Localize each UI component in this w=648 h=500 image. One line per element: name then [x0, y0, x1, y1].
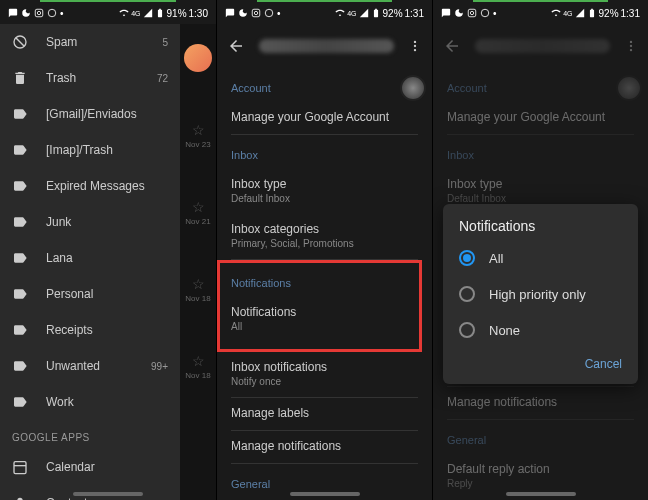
row-manage-notifications[interactable]: Manage notifications: [231, 431, 418, 464]
drawer-label: Personal: [46, 287, 168, 301]
date-label: Nov 18: [180, 294, 216, 303]
battery-pct: 92%: [599, 8, 619, 19]
drawer-item-work[interactable]: Work: [0, 384, 180, 420]
star-icon: ☆: [180, 353, 216, 369]
drawer-count: 99+: [151, 361, 168, 372]
overflow-icon[interactable]: [408, 39, 422, 53]
screen-2-settings: • 4G92%1:31 Account Manage your Google A…: [216, 0, 432, 500]
battery-icon: [371, 8, 381, 18]
instagram-icon: [467, 8, 477, 18]
contacts-icon: [12, 495, 28, 500]
app-bar: [217, 24, 432, 68]
clock: 1:30: [189, 8, 208, 19]
nav-drawer: Spam5 Trash72 [Gmail]/Enviados [Imap]/Tr…: [0, 24, 180, 500]
avatar: [184, 44, 212, 72]
circle-icon: [480, 8, 490, 18]
wifi-icon: [551, 8, 561, 18]
inbox-behind: ☆ Nov 23 ☆ Nov 21 ☆ Nov 18 ☆ Nov 18: [180, 24, 216, 500]
signal-icon: [143, 8, 153, 18]
instagram-icon: [251, 8, 261, 18]
drawer-item-receipts[interactable]: Receipts: [0, 312, 180, 348]
row-title: Manage notifications: [231, 439, 418, 453]
option-label: None: [489, 323, 520, 338]
row-inbox-type[interactable]: Inbox typeDefault Inbox: [231, 169, 418, 214]
nav-handle[interactable]: [506, 492, 576, 496]
drawer-item-lana[interactable]: Lana: [0, 240, 180, 276]
radio-icon: [459, 322, 475, 338]
row-title: Inbox notifications: [231, 360, 418, 374]
drawer-label: Unwanted: [46, 359, 133, 373]
drawer-label: Junk: [46, 215, 168, 229]
nav-handle[interactable]: [290, 492, 360, 496]
dialog-option-high-priority[interactable]: High priority only: [443, 276, 638, 312]
account-email-blurred: [259, 39, 394, 53]
circle-icon: [47, 8, 57, 18]
dialog-backdrop[interactable]: Notifications All High priority only Non…: [433, 24, 648, 500]
row-manage-account[interactable]: Manage your Google Account: [231, 102, 418, 135]
network-label: 4G: [563, 10, 572, 17]
drawer-item-expired[interactable]: Expired Messages: [0, 168, 180, 204]
drawer-item-trash[interactable]: Trash72: [0, 60, 180, 96]
date-label: Nov 18: [180, 371, 216, 380]
dot-icon: •: [493, 8, 497, 19]
row-title: Manage your Google Account: [231, 110, 418, 124]
section-inbox: Inbox: [231, 135, 418, 169]
drawer-item-unwanted[interactable]: Unwanted99+: [0, 348, 180, 384]
account-avatar[interactable]: [400, 75, 426, 101]
moon-icon: [238, 8, 248, 18]
drawer-item-junk[interactable]: Junk: [0, 204, 180, 240]
trash-icon: [12, 70, 28, 86]
date-label: Nov 23: [180, 140, 216, 149]
label-icon: [12, 358, 28, 374]
drawer-label: Spam: [46, 35, 144, 49]
drawer-item-imap-trash[interactable]: [Imap]/Trash: [0, 132, 180, 168]
label-icon: [12, 286, 28, 302]
label-icon: [12, 178, 28, 194]
dot-icon: •: [60, 8, 64, 19]
row-title: Inbox categories: [231, 222, 418, 236]
drawer-label: Contacts: [46, 496, 168, 500]
signal-icon: [359, 8, 369, 18]
row-title: Manage labels: [231, 406, 418, 420]
row-notifications[interactable]: NotificationsAll: [231, 297, 408, 342]
drawer-label: Receipts: [46, 323, 168, 337]
circle-icon: [264, 8, 274, 18]
back-icon[interactable]: [227, 37, 245, 55]
drawer-item-spam[interactable]: Spam5: [0, 24, 180, 60]
dialog-option-all[interactable]: All: [443, 240, 638, 276]
row-manage-labels[interactable]: Manage labels: [231, 398, 418, 431]
date-label: Nov 21: [180, 217, 216, 226]
wifi-icon: [335, 8, 345, 18]
label-icon: [12, 322, 28, 338]
dialog-option-none[interactable]: None: [443, 312, 638, 348]
dot-icon: •: [277, 8, 281, 19]
row-inbox-categories[interactable]: Inbox categoriesPrimary, Social, Promoti…: [231, 214, 418, 260]
row-inbox-notifications[interactable]: Inbox notificationsNotify once: [231, 352, 418, 398]
drawer-item-personal[interactable]: Personal: [0, 276, 180, 312]
block-icon: [12, 34, 28, 50]
drawer-item-calendar[interactable]: Calendar: [0, 449, 180, 485]
row-title: Inbox type: [231, 177, 418, 191]
label-icon: [12, 142, 28, 158]
drawer-item-enviados[interactable]: [Gmail]/Enviados: [0, 96, 180, 132]
screen-3-dialog: • 4G92%1:31 Account Manage your Google A…: [432, 0, 648, 500]
battery-icon: [587, 8, 597, 18]
screen-1-drawer: • 4G 91% 1:30 ☆ Nov 23 ☆ Nov 21 ☆ Nov 18…: [0, 0, 216, 500]
drawer-count: 5: [162, 37, 168, 48]
nav-handle[interactable]: [73, 492, 143, 496]
option-label: All: [489, 251, 503, 266]
label-icon: [12, 250, 28, 266]
label-icon: [12, 106, 28, 122]
row-sub: Notify once: [231, 376, 418, 387]
drawer-section-apps: GOOGLE APPS: [0, 420, 180, 449]
chat-icon: [441, 8, 451, 18]
star-icon: ☆: [180, 199, 216, 215]
drawer-count: 72: [157, 73, 168, 84]
status-bar: • 4G92%1:31: [433, 2, 648, 24]
chat-icon: [225, 8, 235, 18]
status-bar: • 4G 91% 1:30: [0, 2, 216, 24]
drawer-label: Calendar: [46, 460, 168, 474]
cancel-button[interactable]: Cancel: [585, 357, 622, 371]
status-bar: • 4G92%1:31: [217, 2, 432, 24]
battery-pct: 92%: [383, 8, 403, 19]
